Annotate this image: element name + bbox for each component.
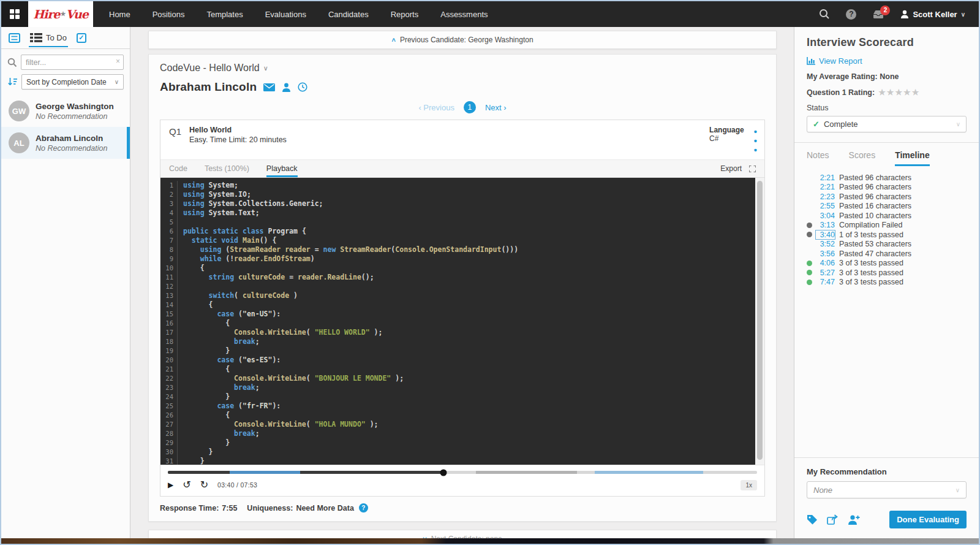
- email-icon[interactable]: [263, 83, 275, 91]
- line-number: 19: [160, 346, 178, 356]
- question-header: Q1 Hello World Easy. Time Limit: 20 minu…: [160, 120, 764, 159]
- fullscreen-icon[interactable]: [749, 166, 756, 172]
- line-number: 3: [160, 199, 178, 208]
- pagination-previous[interactable]: ‹ Previous: [418, 103, 454, 112]
- code-line: 3using System.Collections.Generic;: [160, 199, 764, 208]
- tag-icon[interactable]: [807, 514, 818, 525]
- candidate-list-item-abraham-lincoln[interactable]: ALAbraham LincolnNo Recommendation: [1, 127, 130, 159]
- tab-code[interactable]: Code: [169, 160, 187, 177]
- app-grid-button[interactable]: [1, 1, 28, 27]
- uniqueness-help-icon[interactable]: ?: [359, 503, 368, 513]
- scorecard-tab-scores[interactable]: Scores: [849, 150, 876, 166]
- tab-playback[interactable]: Playback: [266, 160, 298, 177]
- timeline-time-link[interactable]: 3:13: [816, 221, 835, 229]
- search-icon[interactable]: [819, 9, 830, 20]
- recommendation-value: None: [813, 486, 832, 495]
- sort-select[interactable]: Sort by Completion Date ∨: [21, 74, 124, 90]
- timeline-time-link[interactable]: 2:23: [816, 192, 835, 201]
- clear-filter-icon[interactable]: ×: [116, 57, 120, 66]
- playback-speed-button[interactable]: 1x: [741, 480, 757, 490]
- code-text: case ("es-ES"):: [178, 356, 281, 365]
- pagination-page-1[interactable]: 1: [464, 101, 476, 113]
- share-icon[interactable]: [827, 514, 839, 525]
- nav-item-assessments[interactable]: Assessments: [440, 10, 488, 19]
- timeline-time-link[interactable]: 3:40: [816, 231, 835, 239]
- code-lines: 1using System;2using System.IO;3using Sy…: [160, 181, 764, 465]
- star-icon[interactable]: ★: [895, 88, 903, 97]
- code-line: 27 Console.WriteLine( "HOLA MUNDO" );: [160, 420, 764, 429]
- line-number: 24: [160, 392, 178, 402]
- timeline-time-link[interactable]: 3:56: [816, 250, 835, 258]
- view-report-link[interactable]: View Report: [807, 56, 967, 66]
- play-button[interactable]: ▶: [168, 481, 173, 489]
- history-clock-icon[interactable]: [298, 82, 307, 92]
- timeline-dot-green: [807, 280, 816, 285]
- top-navigation-bar: Hire★Vue HomePositionsTemplatesEvaluatio…: [1, 1, 979, 27]
- forward-icon[interactable]: ↻: [200, 480, 208, 490]
- nav-item-home[interactable]: Home: [109, 10, 130, 19]
- nav-item-positions[interactable]: Positions: [153, 10, 185, 19]
- profile-icon[interactable]: [282, 83, 291, 92]
- tab-tests-100[interactable]: Tests (100%): [205, 160, 249, 177]
- timeline-dot-green: [807, 270, 816, 275]
- timeline-time-link[interactable]: 2:21: [816, 173, 835, 182]
- timeline-time-link[interactable]: 2:21: [816, 183, 835, 191]
- interview-title[interactable]: CodeVue - Hello World ∨: [160, 63, 765, 74]
- timeline-text: Pasted 16 characters: [839, 202, 911, 210]
- next-candidate-banner[interactable]: ˅ Next Candidate: none: [148, 530, 777, 538]
- timeline-time-link[interactable]: 5:27: [816, 269, 835, 277]
- star-icon[interactable]: ★: [887, 88, 895, 97]
- timeline-time-link[interactable]: 2:55: [816, 202, 835, 210]
- code-text: }: [178, 448, 213, 457]
- code-line: 24 }: [160, 392, 764, 402]
- timeline-time-link[interactable]: 3:52: [816, 240, 835, 248]
- code-scrollbar-thumb[interactable]: [757, 181, 763, 460]
- todo-list-tab[interactable]: To Do: [29, 29, 68, 47]
- star-icon[interactable]: ★: [912, 88, 921, 97]
- code-text: }: [178, 457, 205, 465]
- nav-item-candidates[interactable]: Candidates: [328, 10, 369, 19]
- nav-item-templates[interactable]: Templates: [206, 10, 243, 19]
- hirevue-logo[interactable]: Hire★Vue: [28, 1, 93, 27]
- status-select[interactable]: ✓ Complete ∨: [807, 116, 967, 132]
- nav-item-reports[interactable]: Reports: [391, 10, 419, 19]
- select-all-checkbox[interactable]: ✓: [77, 33, 86, 43]
- rewind-icon[interactable]: ↺: [183, 480, 190, 490]
- seek-bar[interactable]: [168, 471, 757, 474]
- star-icon[interactable]: ★: [903, 88, 912, 97]
- line-number: 21: [160, 365, 178, 374]
- notifications-tray-icon[interactable]: 2: [872, 10, 884, 19]
- seek-handle[interactable]: [440, 469, 447, 476]
- list-view-icon[interactable]: [9, 33, 20, 43]
- question-menu-icon[interactable]: •••: [754, 126, 757, 154]
- previous-candidate-banner[interactable]: ˄ Previous Candidate: George Washington: [148, 31, 777, 49]
- help-icon[interactable]: ?: [846, 9, 856, 20]
- timeline-time-link[interactable]: 3:04: [816, 212, 835, 220]
- recommendation-select[interactable]: None ∨: [807, 481, 967, 498]
- chevron-down-icon: ∨: [115, 78, 119, 85]
- candidate-info: Abraham LincolnNo Recommendation: [36, 134, 107, 153]
- user-menu[interactable]: Scott Keller ∨: [900, 10, 965, 19]
- done-evaluating-button[interactable]: Done Evaluating: [889, 511, 967, 528]
- status-label: Status: [807, 104, 967, 112]
- nav-item-evaluations[interactable]: Evaluations: [265, 10, 306, 19]
- timeline-text: Pasted 96 characters: [839, 173, 911, 182]
- timeline-time-link[interactable]: 4:06: [816, 259, 835, 267]
- scorecard-tab-notes[interactable]: Notes: [807, 150, 829, 166]
- language-value: C#: [709, 134, 744, 143]
- add-evaluator-icon[interactable]: [848, 515, 860, 525]
- star-icon[interactable]: ★: [878, 88, 887, 97]
- pagination-next[interactable]: Next ›: [485, 103, 507, 112]
- candidate-list-item-george-washington[interactable]: GWGeorge WashingtonNo Recommendation: [1, 95, 130, 127]
- code-text: using System.IO;: [178, 190, 251, 199]
- export-button[interactable]: Export: [720, 164, 742, 173]
- filter-input[interactable]: [21, 55, 124, 70]
- filter-row: ×: [1, 49, 130, 72]
- rating-stars[interactable]: ★★★★★: [878, 88, 920, 97]
- code-playback-editor[interactable]: 1using System;2using System.IO;3using Sy…: [160, 178, 764, 465]
- line-number: 13: [160, 291, 178, 300]
- code-line: 8 using (StreamReader reader = new Strea…: [160, 245, 764, 254]
- scorecard-tab-timeline[interactable]: Timeline: [895, 150, 930, 166]
- timeline-entry: 2:55Pasted 16 characters: [807, 202, 967, 212]
- timeline-time-link[interactable]: 7:47: [816, 278, 835, 286]
